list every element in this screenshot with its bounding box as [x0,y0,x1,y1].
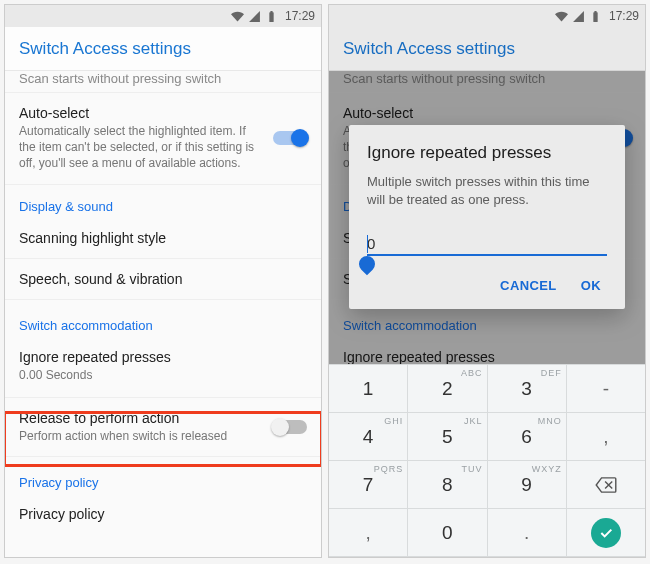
key-8[interactable]: 8TUV [408,461,487,509]
ignore-sub: 0.00 Seconds [19,367,307,383]
signal-icon [248,10,261,23]
battery-icon [589,10,602,23]
status-bar: 17:29 [329,5,645,27]
section-privacy: Privacy policy [5,457,321,494]
app-title: Switch Access settings [5,27,321,71]
wifi-icon [231,10,244,23]
dialog-ignore-presses: Ignore repeated presses Multiple switch … [349,125,625,309]
phone-right: 17:29 Switch Access settings Scan starts… [328,4,646,558]
text-cursor [367,235,368,253]
key-enter[interactable] [567,509,645,557]
ignore-title: Ignore repeated presses [19,349,307,365]
release-toggle[interactable] [273,420,307,434]
row-release-action[interactable]: Release to perform action Perform action… [5,398,321,457]
dialog-input[interactable] [367,235,607,252]
auto-select-toggle[interactable] [273,131,307,145]
auto-select-title: Auto-select [19,105,263,121]
key-minus[interactable]: - [567,365,645,413]
dialog-body: Multiple switch presses within this time… [367,173,607,209]
numeric-keypad: 1 2ABC 3DEF - 4GHI 5JKL 6MNO , 7PQRS 8TU… [329,364,645,557]
backspace-icon [595,477,617,493]
key-3[interactable]: 3DEF [488,365,567,413]
key-comma[interactable]: , [567,413,645,461]
key-0[interactable]: 0 [408,509,487,557]
key-backspace[interactable] [567,461,645,509]
battery-icon [265,10,278,23]
signal-icon [572,10,585,23]
key-7[interactable]: 7PQRS [329,461,408,509]
key-dot[interactable]: . [488,509,567,557]
dialog-input-wrap[interactable] [367,235,607,256]
key-6[interactable]: 6MNO [488,413,567,461]
section-accommodation: Switch accommodation [5,300,321,337]
auto-select-sub: Automatically select the highlighted ite… [19,123,263,172]
dialog-title: Ignore repeated presses [367,143,607,163]
key-comma2[interactable]: , [329,509,408,557]
section-display-sound: Display & sound [5,185,321,218]
settings-list[interactable]: Scan starts without pressing switch Auto… [5,71,321,557]
status-time: 17:29 [285,9,315,23]
row-speech-sound[interactable]: Speech, sound & vibration [5,259,321,300]
phone-left: 17:29 Switch Access settings Scan starts… [4,4,322,558]
check-icon [591,518,621,548]
app-title: Switch Access settings [329,27,645,71]
key-1[interactable]: 1 [329,365,408,413]
status-time: 17:29 [609,9,639,23]
row-ignore-presses[interactable]: Ignore repeated presses 0.00 Seconds [5,337,321,398]
ok-button[interactable]: OK [581,278,601,293]
cancel-button[interactable]: CANCEL [500,278,557,293]
truncated-row[interactable]: Scan starts without pressing switch [5,71,321,93]
key-9[interactable]: 9WXYZ [488,461,567,509]
key-2[interactable]: 2ABC [408,365,487,413]
row-highlight-style[interactable]: Scanning highlight style [5,218,321,259]
row-privacy-policy[interactable]: Privacy policy [5,494,321,534]
key-5[interactable]: 5JKL [408,413,487,461]
wifi-icon [555,10,568,23]
key-4[interactable]: 4GHI [329,413,408,461]
dialog-backdrop[interactable]: Ignore repeated presses Multiple switch … [329,71,645,364]
settings-list-bg: Scan starts without pressing switch Auto… [329,71,645,364]
status-bar: 17:29 [5,5,321,27]
selection-handle[interactable] [356,253,379,276]
row-auto-select[interactable]: Auto-select Automatically select the hig… [5,93,321,185]
